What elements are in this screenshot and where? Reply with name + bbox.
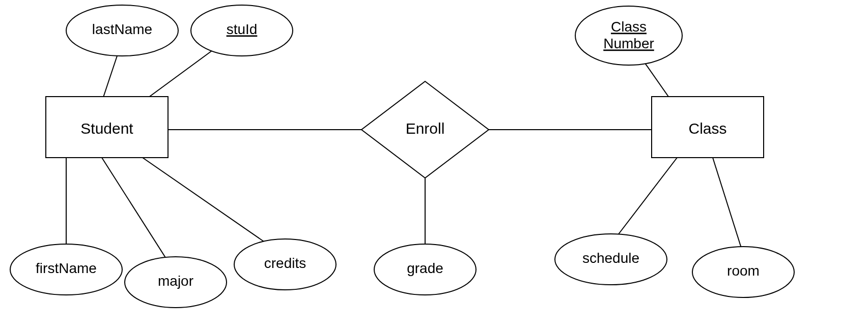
relationship-enroll-label: Enroll xyxy=(406,120,445,137)
attribute-major-label: major xyxy=(158,273,193,289)
attribute-stuid-label: stuId xyxy=(227,21,258,37)
er-diagram: Student Class Enroll lastName stuId firs… xyxy=(0,0,868,330)
attribute-firstname-label: firstName xyxy=(36,260,97,276)
connector-student-major xyxy=(102,158,173,269)
attribute-schedule-label: schedule xyxy=(582,250,639,266)
connector-class-schedule xyxy=(611,158,677,244)
attribute-credits-label: credits xyxy=(264,255,306,271)
attribute-room-label: room xyxy=(727,263,760,279)
connector-class-room xyxy=(713,158,743,254)
attribute-grade-label: grade xyxy=(407,260,443,276)
entity-student-label: Student xyxy=(80,120,133,137)
attribute-classnumber-label1: Class xyxy=(611,19,647,35)
entity-class-label: Class xyxy=(688,120,726,137)
attribute-lastname-label: lastName xyxy=(92,21,152,37)
attribute-classnumber-label2: Number xyxy=(603,36,654,51)
connector-student-credits xyxy=(143,158,275,249)
